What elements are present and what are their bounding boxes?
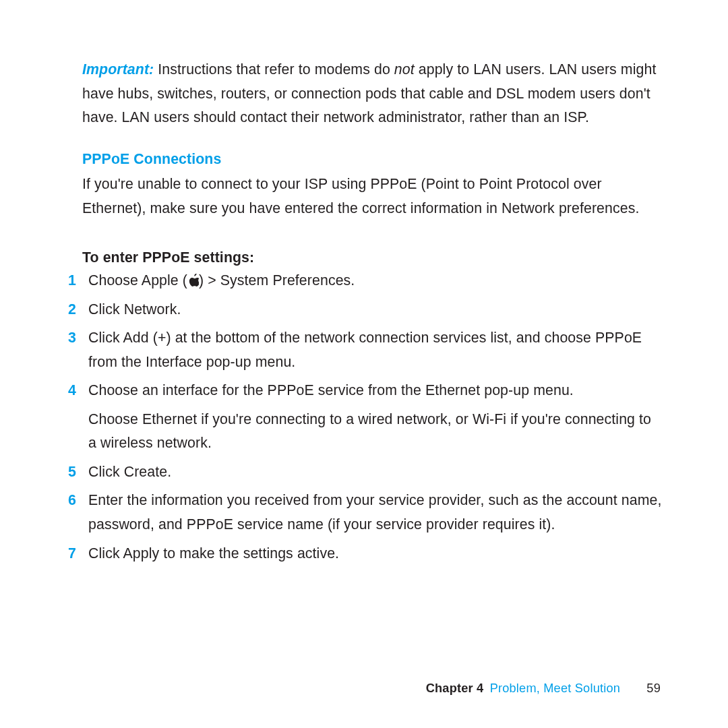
- step-text: Click Apply to make the settings active.: [88, 542, 662, 566]
- step-row: 2Click Network.: [82, 298, 662, 322]
- footer-title: Problem, Meet Solution: [490, 681, 620, 695]
- step-number: 5: [65, 460, 76, 485]
- step-row: 6Enter the information you received from…: [82, 489, 662, 537]
- step-body: Click Apply to make the settings active.: [88, 542, 662, 566]
- important-note: Important: Instructions that refer to mo…: [82, 58, 662, 130]
- document-page: Important: Instructions that refer to mo…: [0, 0, 728, 728]
- step-text: Click Network.: [88, 298, 662, 322]
- step-text: Choose an interface for the PPPoE servic…: [88, 379, 662, 403]
- section-heading-pppoe: PPPoE Connections: [82, 148, 662, 172]
- step-body: Click Create.: [88, 460, 662, 485]
- step-number: 6: [65, 489, 76, 537]
- step-number: 1: [65, 269, 76, 293]
- footer-page-number: 59: [646, 681, 661, 695]
- step-body: Choose an interface for the PPPoE servic…: [88, 379, 662, 456]
- footer-chapter: Chapter 4: [426, 681, 484, 695]
- step-body: Click Network.: [88, 298, 662, 322]
- step-number: 4: [65, 379, 76, 456]
- step-body: Click Add (+) at the bottom of the netwo…: [88, 326, 662, 374]
- step-body: Enter the information you received from …: [88, 489, 662, 537]
- step-text: Choose Apple () > System Preferences.: [88, 269, 662, 293]
- step-text: Click Create.: [88, 460, 662, 485]
- step-text: Click Add (+) at the bottom of the netwo…: [88, 326, 662, 374]
- step-number: 3: [65, 326, 76, 374]
- step-row: 3Click Add (+) at the bottom of the netw…: [82, 326, 662, 374]
- step-row: 4Choose an interface for the PPPoE servi…: [82, 379, 662, 456]
- important-label: Important:: [82, 61, 154, 78]
- pppoe-intro-text: If you're unable to connect to your ISP …: [82, 173, 662, 220]
- step-number: 7: [65, 542, 76, 566]
- page-footer: Chapter 4 Problem, Meet Solution 59: [0, 681, 728, 696]
- step-row: 7Click Apply to make the settings active…: [82, 542, 662, 566]
- step-text: Enter the information you received from …: [88, 489, 662, 537]
- important-not: not: [394, 61, 415, 78]
- step-row: 1Choose Apple () > System Preferences.: [82, 269, 662, 293]
- apple-logo-icon: [187, 274, 199, 286]
- step-number: 2: [65, 298, 76, 322]
- step-body: Choose Apple () > System Preferences.: [88, 269, 662, 293]
- instruction-heading: To enter PPPoE settings:: [82, 246, 662, 270]
- step-text: Choose Ethernet if you're connecting to …: [88, 408, 662, 456]
- page-content: Important: Instructions that refer to mo…: [82, 58, 662, 566]
- steps-list: 1Choose Apple () > System Preferences.2C…: [82, 269, 662, 566]
- important-text-a: Instructions that refer to modems do: [154, 61, 394, 78]
- step-row: 5Click Create.: [82, 460, 662, 485]
